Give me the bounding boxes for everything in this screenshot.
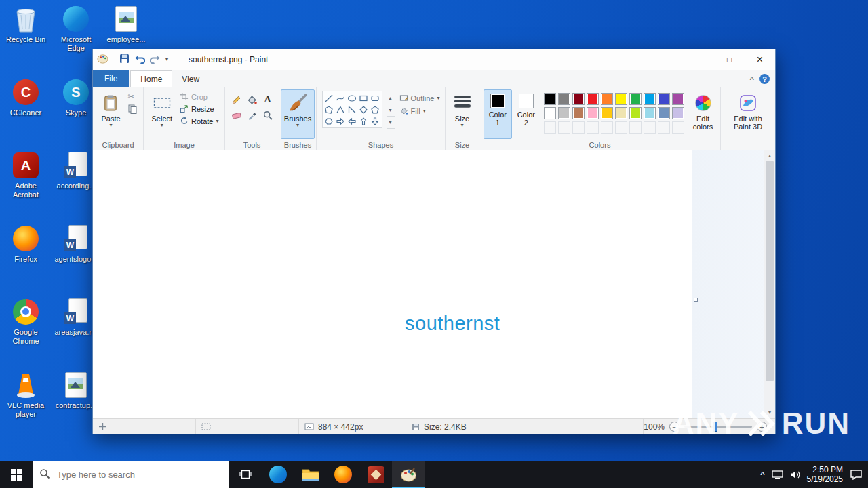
volume-icon[interactable] xyxy=(790,470,800,479)
palette-color[interactable] xyxy=(644,107,656,119)
text-tool-button[interactable]: A xyxy=(260,92,275,107)
palette-color[interactable] xyxy=(587,93,599,105)
color2-button[interactable]: Color 2 xyxy=(512,89,540,139)
palette-color[interactable] xyxy=(615,93,627,105)
palette-empty-slot[interactable] xyxy=(672,121,684,134)
shape-up-arrow[interactable] xyxy=(358,115,370,127)
shape-fill-button[interactable]: Fill ▾ xyxy=(399,106,440,115)
desktop-icon-vlc[interactable]: VLC media player xyxy=(1,370,50,419)
palette-color[interactable] xyxy=(587,107,599,119)
taskbar-search[interactable] xyxy=(33,461,229,488)
size-button[interactable]: Size ▾ xyxy=(450,89,475,139)
palette-empty-slot[interactable] xyxy=(615,121,627,134)
taskbar-app-button[interactable] xyxy=(359,461,392,488)
fill-tool-button[interactable] xyxy=(245,92,260,107)
desktop-icon-google-chrome[interactable]: Google Chrome xyxy=(1,297,50,346)
network-icon[interactable] xyxy=(772,470,783,479)
palette-empty-slot[interactable] xyxy=(629,121,642,134)
palette-color[interactable] xyxy=(615,107,627,119)
desktop-icon-ccleaner[interactable]: C CCleaner xyxy=(1,77,50,117)
desktop-icon-employee[interactable]: employee... xyxy=(102,4,151,44)
palette-color[interactable] xyxy=(644,93,656,105)
brushes-button[interactable]: Brushes ▾ xyxy=(281,89,315,139)
palette-color[interactable] xyxy=(544,93,556,105)
zoom-slider-thumb[interactable] xyxy=(713,422,717,432)
edit-with-paint3d-button[interactable]: Edit with Paint 3D xyxy=(730,89,766,139)
palette-color[interactable] xyxy=(658,107,670,119)
paint-canvas[interactable]: southernst xyxy=(93,150,692,418)
shapes-scroll-up[interactable]: ▴ xyxy=(387,92,395,104)
palette-color[interactable] xyxy=(601,107,613,119)
shape-pentagon[interactable] xyxy=(370,104,381,115)
shape-right-triangle[interactable] xyxy=(347,104,358,115)
paste-button[interactable]: Paste ▾ xyxy=(98,89,123,139)
palette-color[interactable] xyxy=(558,93,570,105)
taskbar-file-explorer-button[interactable] xyxy=(294,461,327,488)
select-button[interactable]: Select ▾ xyxy=(148,89,176,139)
tab-view[interactable]: View xyxy=(172,71,209,87)
desktop-icon-firefox[interactable]: Firefox xyxy=(1,224,50,264)
shape-curve[interactable] xyxy=(335,92,347,104)
palette-color[interactable] xyxy=(672,107,684,119)
shape-polygon[interactable] xyxy=(323,104,335,115)
vertical-scrollbar[interactable]: ▴ ▾ xyxy=(764,150,775,418)
shape-rectangle[interactable] xyxy=(358,92,370,104)
taskbar-edge-button[interactable] xyxy=(262,461,294,488)
maximize-button[interactable]: □ xyxy=(714,49,745,69)
shapes-scroll-down[interactable]: ▾ xyxy=(387,104,395,116)
palette-empty-slot[interactable] xyxy=(601,121,613,134)
desktop-icon-adobe-acrobat[interactable]: A Adobe Acrobat xyxy=(1,150,50,199)
palette-color[interactable] xyxy=(544,107,556,119)
pencil-tool-button[interactable] xyxy=(229,92,244,107)
tab-home[interactable]: Home xyxy=(130,70,172,87)
cut-button[interactable]: ✂ xyxy=(127,92,138,102)
undo-button[interactable] xyxy=(134,54,145,66)
edit-colors-button[interactable]: Edit colors xyxy=(690,89,716,139)
palette-color[interactable] xyxy=(601,93,613,105)
taskbar-firefox-button[interactable] xyxy=(327,461,359,488)
action-center-icon[interactable] xyxy=(850,469,863,480)
rotate-button[interactable]: Rotate ▾ xyxy=(178,116,220,126)
help-icon[interactable]: ? xyxy=(760,74,770,84)
taskbar-clock[interactable]: 2:50 PM 5/19/2025 xyxy=(807,465,843,484)
start-button[interactable] xyxy=(0,461,33,488)
shape-rounded-rectangle[interactable] xyxy=(370,92,381,104)
zoom-slider[interactable] xyxy=(684,426,752,428)
palette-color[interactable] xyxy=(558,107,570,119)
color1-button[interactable]: Color 1 xyxy=(484,89,512,139)
scroll-down-arrow[interactable]: ▾ xyxy=(764,407,775,418)
desktop-icon-microsoft-edge[interactable]: Microsoft Edge xyxy=(52,4,100,53)
shape-triangle[interactable] xyxy=(335,104,347,115)
minimize-button[interactable]: — xyxy=(684,49,714,69)
eraser-tool-button[interactable] xyxy=(229,108,244,123)
palette-empty-slot[interactable] xyxy=(558,121,570,134)
desktop-icon-recycle-bin[interactable]: Recycle Bin xyxy=(1,4,50,44)
resize-button[interactable]: Resize xyxy=(178,104,220,114)
close-button[interactable]: × xyxy=(745,49,775,69)
title-bar[interactable]: ▾ southernst.png - Paint — □ × xyxy=(93,49,775,70)
shape-oval[interactable] xyxy=(347,92,358,104)
palette-empty-slot[interactable] xyxy=(658,121,670,134)
palette-color[interactable] xyxy=(629,107,642,119)
shape-hexagon[interactable] xyxy=(323,115,335,127)
shape-outline-button[interactable]: Outline ▾ xyxy=(399,94,440,102)
shape-line[interactable] xyxy=(323,92,335,104)
task-view-button[interactable] xyxy=(229,461,262,488)
palette-color[interactable] xyxy=(672,93,684,105)
shape-right-arrow[interactable] xyxy=(335,115,347,127)
save-button[interactable] xyxy=(119,54,130,66)
shape-down-arrow[interactable] xyxy=(370,115,381,127)
shape-left-arrow[interactable] xyxy=(347,115,358,127)
color-picker-tool-button[interactable] xyxy=(245,108,260,123)
tab-file[interactable]: File xyxy=(93,70,129,87)
shape-diamond[interactable] xyxy=(358,104,370,115)
scroll-up-arrow[interactable]: ▴ xyxy=(764,150,775,161)
taskbar-paint-button[interactable] xyxy=(392,461,425,488)
zoom-in-button[interactable]: + xyxy=(757,422,767,432)
magnifier-tool-button[interactable] xyxy=(260,108,275,123)
crop-button[interactable]: Crop xyxy=(178,92,220,102)
palette-empty-slot[interactable] xyxy=(572,121,585,134)
shapes-gallery-more[interactable]: ▾ xyxy=(387,116,395,128)
tray-chevron-up-icon[interactable]: ^ xyxy=(760,470,764,479)
palette-empty-slot[interactable] xyxy=(544,121,556,134)
